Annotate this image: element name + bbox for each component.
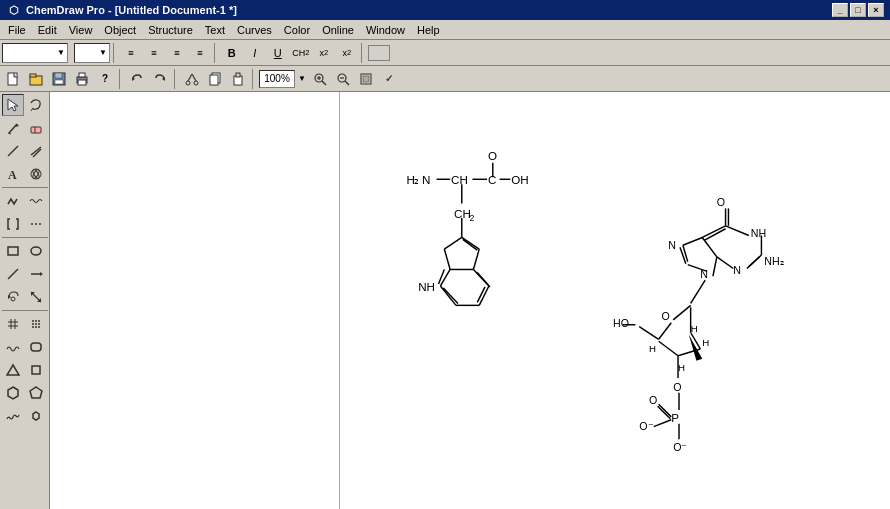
paste-button[interactable] [227, 68, 249, 90]
align-left-button[interactable]: ≡ [120, 42, 142, 64]
grid-tool[interactable] [2, 313, 24, 335]
round-rect-tool[interactable] [25, 336, 47, 358]
bold-button[interactable]: B [221, 42, 243, 64]
svg-text:H: H [649, 343, 656, 354]
svg-text:O: O [662, 310, 670, 322]
left-toolbar: A [0, 92, 50, 509]
resize-tool[interactable] [25, 286, 47, 308]
hexagon-tool[interactable] [2, 382, 24, 404]
menu-curves[interactable]: Curves [231, 20, 278, 40]
svg-text:O⁻: O⁻ [673, 441, 687, 453]
svg-line-102 [463, 239, 478, 250]
zoom-fit-button[interactable] [355, 68, 377, 90]
color-button[interactable] [368, 45, 390, 61]
svg-line-97 [440, 286, 456, 305]
chain-tool[interactable] [2, 190, 24, 212]
wavy-tool[interactable] [25, 190, 47, 212]
svg-text:O: O [649, 394, 657, 406]
svg-line-128 [659, 341, 678, 356]
maximize-button[interactable]: □ [850, 3, 866, 17]
underline-button[interactable]: U [267, 42, 289, 64]
standard-toolbar: ? 100% ▼ ✓ [0, 66, 890, 92]
select-tool[interactable] [2, 94, 24, 116]
new-document-button[interactable] [2, 68, 24, 90]
dot-grid-tool[interactable] [25, 313, 47, 335]
svg-text:NH: NH [751, 227, 766, 239]
print-button[interactable] [71, 68, 93, 90]
italic-button[interactable]: I [244, 42, 266, 64]
svg-line-32 [8, 133, 11, 134]
save-document-button[interactable] [48, 68, 70, 90]
menu-structure[interactable]: Structure [142, 20, 199, 40]
menu-text[interactable]: Text [199, 20, 231, 40]
menu-online[interactable]: Online [316, 20, 360, 40]
menu-view[interactable]: View [63, 20, 99, 40]
arrow-draw-tool[interactable] [25, 263, 47, 285]
zoom-dropdown-arrow[interactable]: ▼ [296, 68, 308, 90]
svg-text:₂: ₂ [414, 173, 419, 186]
pentagon-tool[interactable] [25, 382, 47, 404]
minimize-button[interactable]: _ [832, 3, 848, 17]
square-tool[interactable] [25, 359, 47, 381]
menu-window[interactable]: Window [360, 20, 411, 40]
svg-rect-18 [236, 73, 240, 77]
triangle-tool[interactable] [2, 359, 24, 381]
checkmark-button[interactable]: ✓ [378, 68, 400, 90]
bracket-tool[interactable] [2, 213, 24, 235]
svg-point-44 [31, 247, 41, 255]
menu-file[interactable]: File [2, 20, 32, 40]
rotate-tool[interactable] [2, 286, 24, 308]
svg-line-45 [8, 269, 18, 279]
superscript-button[interactable]: x2 [336, 42, 358, 64]
line-tool[interactable] [2, 263, 24, 285]
font-size-arrow: ▼ [99, 48, 107, 57]
svg-line-118 [683, 237, 702, 245]
subscript-button[interactable]: x2 [313, 42, 335, 64]
small-hexagon-tool[interactable] [25, 405, 47, 427]
open-document-button[interactable] [25, 68, 47, 90]
rect-tool[interactable] [2, 240, 24, 262]
subscript-ch2-button[interactable]: CH2 [290, 42, 312, 64]
svg-text:N: N [422, 173, 430, 186]
wave-tool[interactable] [2, 336, 24, 358]
align-justify-button[interactable]: ≡ [189, 42, 211, 64]
svg-text:O: O [717, 196, 725, 208]
align-center-button[interactable]: ≡ [143, 42, 165, 64]
text-tool[interactable]: A [2, 163, 24, 185]
ellipse-tool[interactable] [25, 240, 47, 262]
eraser-tool[interactable] [25, 117, 47, 139]
svg-text:O: O [673, 381, 681, 393]
main-layout: A [0, 92, 890, 509]
svg-text:O: O [488, 149, 497, 162]
undo-button[interactable] [126, 68, 148, 90]
svg-rect-68 [32, 366, 40, 374]
svg-marker-69 [8, 387, 18, 399]
pencil-tool[interactable] [2, 117, 24, 139]
squiggle-tool[interactable] [2, 405, 24, 427]
zoom-out-button[interactable] [332, 68, 354, 90]
drawing-canvas[interactable] [50, 92, 340, 509]
menu-color[interactable]: Color [278, 20, 316, 40]
redo-button[interactable] [149, 68, 171, 90]
dotted-tool[interactable] [25, 213, 47, 235]
cut-button[interactable] [181, 68, 203, 90]
svg-line-90 [444, 249, 450, 269]
svg-point-63 [32, 326, 34, 328]
zoom-in-button[interactable] [309, 68, 331, 90]
copy-button[interactable] [204, 68, 226, 90]
canvas-area[interactable]: H ₂ N CH C O OH CH 2 [50, 92, 890, 509]
bond-tool[interactable] [2, 140, 24, 162]
align-right-button[interactable]: ≡ [166, 42, 188, 64]
atom-tool[interactable] [25, 163, 47, 185]
close-button[interactable]: × [868, 3, 884, 17]
lasso-tool[interactable] [25, 94, 47, 116]
font-family-dropdown[interactable]: ▼ [2, 43, 68, 63]
menu-help[interactable]: Help [411, 20, 446, 40]
menu-edit[interactable]: Edit [32, 20, 63, 40]
help-button[interactable]: ? [94, 68, 116, 90]
font-size-dropdown[interactable]: ▼ [74, 43, 110, 63]
double-bond-tool[interactable] [25, 140, 47, 162]
svg-rect-7 [79, 73, 85, 77]
svg-text:N: N [700, 268, 708, 280]
menu-object[interactable]: Object [98, 20, 142, 40]
